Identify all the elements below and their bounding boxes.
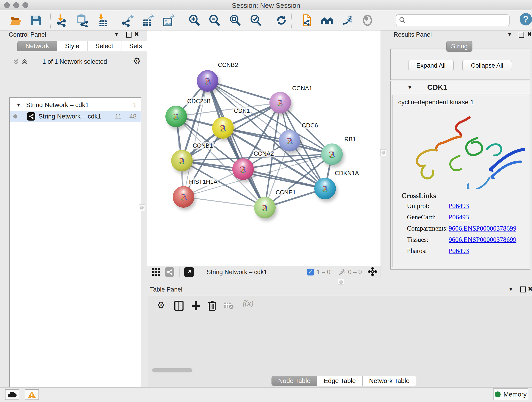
close-panel-icon[interactable]: ✖ [527, 31, 532, 38]
help-icon[interactable]: ? [520, 13, 532, 26]
horizontal-scrollbar-thumb[interactable] [152, 368, 192, 372]
node-label-ccnb2: CCNB2 [217, 61, 239, 69]
network-node-cdc25b[interactable] [165, 106, 187, 127]
search-field [396, 14, 510, 26]
node-label-ccna1: CCNA1 [291, 85, 313, 92]
warning-status-button[interactable] [25, 389, 39, 400]
zoom-in-icon[interactable] [187, 13, 201, 27]
network-node-hist1h1a[interactable] [173, 186, 194, 208]
memory-button[interactable]: Memory [493, 389, 528, 400]
network-node-ccnb2[interactable] [197, 70, 218, 92]
bar-separator [179, 268, 180, 277]
tab-select[interactable]: Select [87, 41, 121, 51]
birds-eye-share-icon[interactable] [165, 267, 174, 277]
gene-header[interactable]: ▼ CDK1 [391, 81, 530, 94]
cloud-icon [7, 391, 17, 398]
crosslink-link[interactable]: P06493 [449, 202, 469, 210]
tab-string[interactable]: String [446, 41, 472, 52]
tab-network[interactable]: Network [17, 41, 57, 51]
network-node-ccna1[interactable] [269, 92, 291, 114]
refresh-view-icon[interactable] [274, 13, 288, 27]
crosslink-link[interactable]: P06493 [449, 213, 469, 221]
cloud-status-button[interactable] [5, 389, 19, 400]
float-panel-icon[interactable] [519, 32, 524, 38]
bar-separator [334, 268, 334, 277]
selected-checkbox-icon[interactable]: ✓ [307, 269, 314, 275]
close-panel-icon[interactable]: ✖ [528, 286, 532, 293]
network-node-ccnb1[interactable] [171, 150, 193, 172]
show-all-icon[interactable] [361, 13, 374, 27]
save-session-icon[interactable] [29, 13, 43, 27]
protein-structure-image [399, 111, 528, 189]
tab-edge-table[interactable]: Edge Table [317, 376, 362, 386]
tab-style[interactable]: Style [57, 41, 87, 51]
network-options-gear-icon[interactable]: ⚙ [133, 56, 141, 66]
float-panel-icon[interactable] [520, 287, 526, 293]
import-table-icon[interactable] [96, 13, 110, 27]
export-image-icon[interactable] [162, 13, 176, 27]
tab-network-table[interactable]: Network Table [362, 376, 416, 386]
toolbar-separator [182, 13, 182, 28]
network-edge[interactable] [208, 81, 280, 103]
warning-icon [27, 391, 36, 399]
float-panel-icon[interactable] [126, 32, 132, 38]
delete-column-icon[interactable] [208, 300, 216, 312]
left-splitter-handle[interactable] [139, 204, 145, 211]
hidden-eye-icon[interactable] [337, 268, 346, 276]
network-node-cdk1[interactable] [212, 117, 234, 139]
zoom-out-icon[interactable] [208, 13, 221, 27]
results-panel-title: Results Panel [394, 31, 432, 38]
search-input[interactable] [409, 17, 509, 24]
table-gear-icon[interactable]: ⚙ [157, 300, 165, 310]
network-row[interactable]: String Network – cdk1 11 48 [10, 111, 141, 122]
hidden-count: 0 – 0 [348, 269, 362, 276]
network-canvas[interactable]: CCNB2CCNA1CDC25BCDK1CDC6RB1CCNB1CCNA2CDK… [147, 30, 381, 266]
first-neighbors-icon[interactable] [320, 13, 334, 27]
zoom-selected-icon[interactable] [249, 13, 263, 27]
collapse-all-button[interactable]: Collapse All [462, 60, 512, 71]
crosslink-link[interactable]: 9606.ENSP00000378699 [449, 225, 516, 232]
tab-node-table[interactable]: Node Table [272, 376, 317, 386]
zoom-fit-icon[interactable] [228, 13, 242, 27]
edge-count: 48 [129, 113, 137, 120]
collapse-panel-icon[interactable]: ▾ [115, 31, 118, 38]
fit-content-icon[interactable] [368, 267, 377, 277]
show-columns-icon[interactable] [174, 301, 184, 312]
hide-selection-icon[interactable] [341, 13, 354, 27]
grid-view-icon[interactable] [152, 267, 161, 277]
network-collection-row[interactable]: ▼ String Network – cdk1 1 [10, 99, 141, 111]
crosslink-link[interactable]: P06493 [449, 247, 469, 255]
open-session-icon[interactable] [9, 13, 22, 27]
horizontal-splitter-handle[interactable] [338, 279, 344, 285]
collapse-panel-icon[interactable]: ▾ [508, 31, 511, 38]
node-label-ccnb1: CCNB1 [192, 142, 214, 149]
network-node-rb1[interactable] [321, 143, 343, 165]
toolbar-separator [270, 13, 270, 28]
network-node-cdkn1a[interactable] [314, 178, 336, 199]
tree-expander-icon[interactable]: ▼ [16, 102, 21, 108]
export-table-icon[interactable] [141, 13, 155, 27]
export-network-icon[interactable] [120, 13, 134, 27]
gene-expander-icon[interactable]: ▼ [407, 84, 413, 90]
table-tabs: Node TableEdge TableNetwork Table [272, 376, 416, 386]
open-in-window-icon[interactable] [184, 267, 194, 277]
right-splitter-handle[interactable] [380, 149, 386, 156]
network-node-ccna2[interactable] [232, 158, 254, 180]
import-network-file-icon[interactable] [56, 13, 69, 27]
tab-sets[interactable]: Sets [121, 41, 150, 51]
window-title: Session: New Session [0, 2, 532, 9]
close-panel-icon[interactable]: ✖ [134, 31, 139, 38]
network-node-cdc6[interactable] [279, 130, 300, 152]
search-icon [399, 17, 406, 24]
crosslink-row: Compartments:9606.ENSP00000378699 [407, 225, 528, 232]
add-column-icon[interactable] [191, 301, 201, 312]
node-label-cdc25b: CDC25B [186, 97, 212, 105]
export-publication-icon[interactable] [300, 13, 313, 27]
collapse-panel-icon[interactable]: ▾ [509, 286, 512, 293]
network-tree: ▼ String Network – cdk1 1 String Network… [9, 97, 141, 402]
network-edge[interactable] [184, 197, 265, 208]
import-network-database-icon[interactable] [76, 13, 89, 27]
network-node-ccne1[interactable] [254, 197, 276, 218]
expand-all-button[interactable]: Expand All [408, 60, 454, 71]
crosslink-link[interactable]: 9606.ENSP00000378699 [449, 236, 516, 243]
